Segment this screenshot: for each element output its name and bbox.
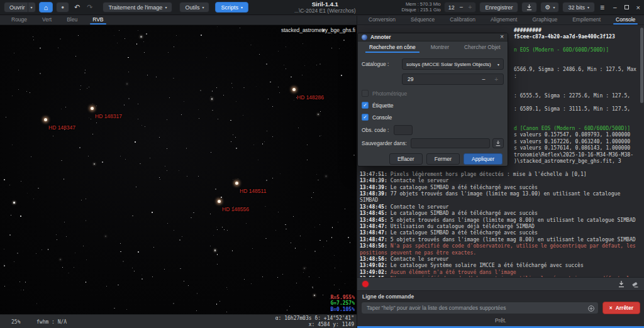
clear-annotations-button[interactable]: Effacer (389, 153, 423, 165)
save-as-button[interactable] (521, 2, 537, 13)
star-dot (235, 182, 238, 185)
limit-minus-button[interactable]: − (482, 76, 486, 83)
log-line: 13:48:56:Contacte le serveur (360, 256, 639, 262)
app-subtitle: ...\C-2024 E1 (Wierzchos) (291, 8, 360, 14)
dialog-tab[interactable]: Montrer (425, 44, 455, 53)
process-tab[interactable]: Conversion (361, 16, 403, 25)
command-helper-icon (587, 305, 595, 312)
spinner-plus-button[interactable]: + (469, 4, 472, 11)
channel-tab[interactable]: Rouge (4, 16, 35, 25)
checkbox[interactable]: ✓ (362, 90, 369, 97)
save-button[interactable]: Enregistrer (479, 2, 518, 13)
checkbox-row: ✓ Étiquette (362, 102, 504, 109)
command-input[interactable] (361, 302, 599, 314)
image-processing-menu[interactable]: Traitement de l'image▾ (103, 2, 172, 13)
undo-button[interactable]: ↶ (72, 3, 82, 11)
dialog-close-button[interactable]: × (500, 34, 504, 40)
command-row: × Arrêter (357, 301, 644, 314)
process-tab[interactable]: Console (608, 16, 643, 25)
annotation: HD 148511 (240, 184, 266, 195)
thread-spinner[interactable]: 12 − + (444, 2, 477, 13)
settings-menu-button[interactable]: ⚙▾ (540, 2, 559, 13)
status-message: Prêt. (357, 314, 644, 326)
command-helper-button[interactable] (587, 303, 595, 315)
log-line: 13:48:39:Contacte le serveur (360, 177, 639, 183)
limit-spinner[interactable]: 29 − + (402, 74, 504, 85)
annotation-label: HD 148317 (95, 113, 122, 119)
dialog-tab[interactable]: Recherche en cône (363, 44, 422, 53)
annotation: HD 148317 (95, 109, 122, 121)
export-log-button[interactable] (618, 280, 625, 288)
chevron-down-icon: ▾ (587, 5, 589, 9)
save-in-input[interactable] (411, 138, 490, 148)
record-icon: ● (61, 4, 64, 10)
save-in-browse-button[interactable] (492, 138, 504, 148)
red-value: R=5.955% (330, 295, 355, 301)
open-dropdown-button[interactable]: ▾ (28, 2, 36, 13)
scripts-menu[interactable]: Scripts▾ (215, 2, 248, 13)
thread-count: 12 (448, 4, 455, 11)
log-line: 13:47:51:Pixels légèrement hors plage dé… (360, 171, 639, 177)
save-in-label: Sauvegarder dans: (362, 140, 407, 146)
bit-depth-button[interactable]: 32 bits▾ (562, 2, 595, 13)
dialog-titlebar[interactable]: Annoter × (358, 33, 508, 41)
maximize-button[interactable] (625, 4, 629, 11)
channel-tab[interactable]: Vert (35, 16, 59, 25)
process-tab[interactable]: Alignement (483, 16, 525, 25)
redo-button[interactable]: ↷ (85, 3, 94, 11)
spinner-minus-button[interactable]: − (460, 4, 464, 11)
blue-value: B=0.105% (330, 307, 355, 313)
close-dialog-button[interactable]: Fermer (426, 153, 460, 165)
channel-tab[interactable]: Bleu (59, 16, 85, 25)
annotation: HD 148286 (297, 90, 324, 102)
dialog-tab[interactable]: Chercher Objet (458, 44, 507, 53)
catalogue-select[interactable]: solsys (IMCCE Solar System Objects) ▾ (402, 58, 504, 70)
close-button[interactable]: × (636, 4, 640, 11)
minimize-button[interactable]: – (613, 4, 617, 11)
hamburger-icon: ≡ (600, 3, 604, 12)
hamburger-menu-button[interactable]: ≡ (598, 3, 606, 12)
dialog-body: Catalogue : solsys (IMCCE Solar System O… (358, 53, 508, 165)
limit-plus-button[interactable]: + (494, 76, 498, 83)
process-tab[interactable]: Séquence (403, 16, 442, 25)
log-line: 13:48:56:N'a pas spécifié de code d'obse… (360, 243, 639, 256)
process-tab[interactable]: Empilement (565, 16, 608, 25)
gear-icon: ⚙ (545, 4, 550, 11)
process-tab[interactable]: Graphique (525, 16, 565, 25)
star-field[interactable]: stacked_astrometry_bge_ghs.fi HD 148286 … (0, 25, 357, 314)
eraser-icon (631, 280, 639, 288)
stop-button[interactable]: × Arrêter (602, 302, 640, 314)
save-as-icon (526, 4, 533, 11)
annotation-label: HD 148347 (48, 124, 75, 131)
log-line: 13:49:02:Le catalogue Système solaire IM… (360, 262, 639, 268)
star-dot (292, 88, 296, 91)
dialog-tabs: Recherche en côneMontrerChercher Objet (358, 41, 508, 53)
checkbox[interactable]: ✓ (362, 102, 369, 109)
app-title: Siril-1.4.1 (291, 1, 360, 8)
checkbox[interactable]: ✓ (362, 114, 369, 121)
scrollbar-thumb[interactable] (640, 28, 643, 103)
clear-log-button[interactable] (631, 280, 639, 288)
log-line: 13:48:39:77 objets trouvés dans l'image … (360, 190, 639, 204)
obs-code-input[interactable] (394, 125, 413, 135)
chevron-down-icon: ▾ (497, 62, 499, 67)
annotation: HD 148556 (222, 202, 249, 214)
channel-tab[interactable]: RVB (85, 16, 111, 25)
stop-x-icon: × (609, 305, 613, 311)
catalogue-label: Catalogue : (362, 61, 389, 67)
home-button[interactable]: ⌂ (39, 2, 53, 13)
open-button[interactable]: Ouvrir (4, 2, 31, 13)
apply-button[interactable]: Appliquer (464, 153, 502, 165)
log-line: 13:48:45:5 objets trouvés dans l'image (… (360, 217, 639, 223)
chevron-down-icon: ▾ (31, 5, 33, 9)
catalogue-value: solsys (IMCCE Solar System Objects) (406, 62, 497, 67)
checkbox-label: Étiquette (372, 102, 394, 109)
header-bar: Ouvrir ▾ ⌂ ● ↶ ↷ Traitement de l'image▾ … (0, 0, 644, 15)
process-tab[interactable]: Calibration (442, 16, 483, 25)
window-title: Siril-1.4.1 ...\C-2024 E1 (Wierzchos) (291, 1, 360, 14)
dialog-checkboxes: ✓ Photométrique ✓ Étiquette ✓ Console (362, 90, 504, 121)
log-line: 13:48:45:Le catalogue SIMBAD a été téléc… (360, 210, 639, 216)
tools-menu[interactable]: Outils▾ (179, 2, 209, 13)
console-scrollbar[interactable] (640, 28, 643, 216)
record-button[interactable]: ● (56, 2, 69, 13)
